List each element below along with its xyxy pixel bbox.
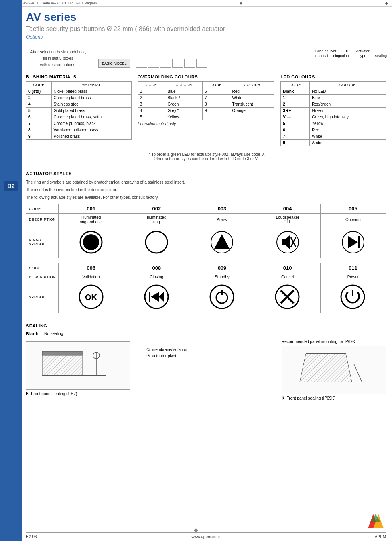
- bushing-row: 7Chrome pl. brass, black: [26, 120, 132, 127]
- actuator-code-label: CODE: [26, 204, 59, 214]
- section-divider-2: [26, 318, 386, 318]
- section-divider-1: [26, 166, 386, 166]
- actuator-code-002: 002: [124, 204, 189, 214]
- actuator-title: ACTUATOR STYLES: [26, 171, 386, 176]
- svg-point-24: [341, 285, 364, 308]
- bushing-material-6: Chrome plated brass, satin: [51, 114, 131, 120]
- bushing-material-2: Chrome plated brass: [51, 95, 131, 101]
- bushing-header-material: MATERIAL: [51, 82, 131, 88]
- led-table: CODE COLOUR BlankNo LED1Blue2Red/green3 …: [280, 81, 386, 146]
- led-colour-7: White: [310, 133, 386, 140]
- bushing-row: 5Gold plated brass: [26, 108, 132, 114]
- over-cell-2: 8: [202, 101, 230, 108]
- model-box-actuator1[interactable]: [172, 59, 183, 68]
- symbol-002: [124, 226, 189, 258]
- led-row: BlankNo LED: [281, 88, 386, 95]
- led-colour-Blank: No LED: [310, 88, 386, 95]
- actuator-desc-010: Cancel: [255, 273, 320, 281]
- led-colour-V ++: Green, high intensity: [310, 114, 386, 120]
- symbol-010: [255, 281, 320, 313]
- svg-point-18: [210, 285, 234, 308]
- over-cell-0: 1: [138, 88, 165, 95]
- led-colour-2: Red/green: [310, 101, 386, 108]
- actuator-code-009: 009: [189, 263, 255, 273]
- actuator-desc-005: Opening: [320, 214, 386, 226]
- topbar-right-diamond: ◆: [385, 1, 388, 5]
- actuator-code-010: 010: [255, 263, 320, 273]
- non-illum-note: * non-illuminated only: [138, 122, 275, 126]
- led-row: V ++Green, high intensity: [281, 114, 386, 120]
- led-code-9: 9: [281, 140, 310, 146]
- actuator-section: ACTUATOR STYLES The ring and symbols are…: [26, 171, 386, 313]
- title-divider: [26, 44, 386, 44]
- overmolding-block: OVERMOLDING COLOURS CODE COLOUR CODE COL…: [138, 74, 275, 146]
- over-cell-0: 2: [138, 95, 165, 101]
- led-row: 7White: [281, 133, 386, 140]
- led-code-2: 2: [281, 101, 310, 108]
- actuator-code-004: 004: [255, 204, 320, 214]
- symbol-005: [320, 226, 386, 258]
- sealing-k-desc: Front panel sealing (IP67): [31, 392, 77, 396]
- over-cell-2: 7: [202, 95, 230, 101]
- sealing-k2-desc: Front panel sealing (IP69K): [286, 396, 335, 400]
- actuator-ring-label: RING / SYMBOL: [26, 226, 59, 258]
- footnote-line2: Other actuator styles can be ordered wit…: [26, 157, 386, 161]
- model-box-bushing[interactable]: [136, 59, 147, 68]
- symbol-003: [189, 226, 255, 258]
- sealing-k-label-row: K Front panel sealing (IP67): [26, 392, 130, 396]
- sealing-list-item-2: ② actuator pivot: [146, 354, 266, 358]
- led-row: 9Amber: [281, 140, 386, 146]
- svg-point-1: [83, 234, 99, 250]
- symbol-009: [189, 281, 255, 313]
- double-star-note: ** To order a green LED for actuator sty…: [26, 152, 386, 161]
- model-box-overmolding[interactable]: [148, 59, 159, 68]
- actuator-desc-label: DESCRIPTION: [26, 214, 59, 226]
- model-desc-line2: fill in last 5 boxes: [26, 55, 90, 62]
- sealing-diagram-right: [282, 346, 386, 394]
- actuator-desc-009: Standby: [189, 273, 255, 281]
- sealing-list-item-1: ① membrane/isolation: [146, 347, 266, 352]
- bushing-material-7: Chrome pl. brass, black: [51, 120, 131, 127]
- led-code-1: 1: [281, 95, 310, 101]
- sealing-list-desc-2: actuator pivot: [152, 354, 176, 358]
- model-boxes-row: BASIC MODEL: [98, 59, 386, 68]
- led-row: 5Yellow: [281, 120, 386, 127]
- symbol-001: [59, 226, 124, 258]
- model-box-sealing[interactable]: [196, 59, 207, 68]
- svg-marker-15: [151, 292, 159, 302]
- blank-desc: No sealing: [44, 331, 63, 336]
- sealing-left-col: K Front panel sealing (IP67): [26, 339, 130, 400]
- over-cell-0: 4: [138, 108, 165, 114]
- over-cell-2: 6: [202, 88, 230, 95]
- footer-center: www.apem.com: [191, 535, 220, 539]
- overmolding-row: 1Blue6Red: [138, 88, 274, 95]
- led-code-6: 6: [281, 127, 310, 133]
- svg-point-2: [146, 231, 167, 253]
- bushing-code-2: 2: [26, 95, 52, 101]
- footer-left: B2-96: [26, 535, 37, 539]
- bushing-material-8: Varnished polished brass: [51, 127, 131, 133]
- bushing-code-9: 9: [26, 133, 52, 140]
- model-box-actuator2[interactable]: [184, 59, 195, 68]
- model-box-led[interactable]: [160, 59, 171, 68]
- actuator-desc3: The following actuator styles are availa…: [26, 194, 386, 200]
- overmolding-row: 3Green8Translucent: [138, 101, 274, 108]
- over-header-colour2: COLOUR: [230, 82, 274, 88]
- overmolding-table: CODE COLOUR CODE COLOUR 1Blue6Red2Black …: [138, 81, 275, 120]
- led-colour-5: Yellow: [310, 120, 386, 127]
- over-cell-3: Translucent: [230, 101, 274, 108]
- actuator-desc-002: Illuminatedring: [124, 214, 189, 226]
- actuator-code-006: 006: [59, 263, 124, 273]
- bushing-code-6: 6: [26, 114, 52, 120]
- over-cell-0: 5: [138, 114, 165, 120]
- led-colours-block: LED COLOURS CODE COLOUR BlankNo LED1Blue…: [280, 74, 386, 146]
- bushing-title: BUSHING MATERIALS: [26, 74, 132, 79]
- label-bushing: Bushingmaterial: [315, 49, 327, 58]
- topbar-center-diamond: ◆: [240, 1, 242, 5]
- actuator-desc-001: Illuminatedring and disc: [59, 214, 124, 226]
- svg-line-36: [354, 364, 362, 382]
- apem-logo: [368, 514, 384, 529]
- actuator-desc-label-2: DESCRIPTION: [26, 273, 59, 281]
- blank-label: Blank: [26, 331, 38, 336]
- bushing-material-9: Polished brass: [51, 133, 131, 140]
